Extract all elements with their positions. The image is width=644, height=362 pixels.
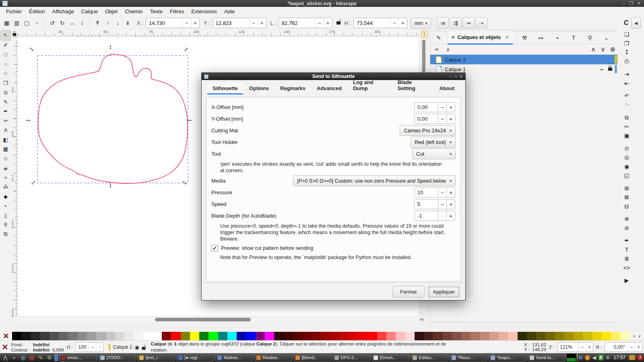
move-patterns-toggle[interactable]: ⇢ xyxy=(475,17,487,29)
plus-icon[interactable]: + xyxy=(447,199,455,209)
palette-swatch-6[interactable] xyxy=(68,332,78,340)
maximize-icon[interactable]: □ xyxy=(454,74,457,79)
scale-handle-w[interactable]: ↔ xyxy=(25,116,32,123)
y-offset-input[interactable]: 0,00 −+ xyxy=(414,114,455,124)
export-dialog-icon[interactable]: ↦ xyxy=(536,35,546,41)
palette-swatch-0[interactable] xyxy=(12,332,21,340)
lock-guides-icon[interactable] xyxy=(13,33,17,36)
new-document-icon[interactable]: ❏ xyxy=(621,30,632,39)
palette-swatch-65[interactable] xyxy=(620,332,630,340)
palette-swatch-51[interactable] xyxy=(489,332,499,340)
palette-swatch-52[interactable] xyxy=(499,332,508,340)
add-layer-icon[interactable]: ± xyxy=(444,46,452,52)
raise-icon[interactable]: ↑ xyxy=(103,18,113,28)
flip-vertical-icon[interactable]: ↕ xyxy=(77,18,87,28)
horizontal-scrollbar[interactable] xyxy=(18,316,419,323)
scroll-link-icon[interactable]: ∞ xyxy=(420,316,423,322)
task-e-diteu[interactable]: Éditeu... xyxy=(411,354,448,362)
raise-to-top-icon[interactable]: ↟ xyxy=(93,18,103,28)
duplicate-icon[interactable]: ⊞ xyxy=(621,184,632,193)
tab-silhouette[interactable]: Silhouette xyxy=(207,83,243,95)
ruler-corner[interactable] xyxy=(11,30,18,37)
scale-handle-e[interactable]: ↔ xyxy=(186,116,193,123)
xml-editor-icon[interactable]: <> xyxy=(621,263,632,273)
lower-icon[interactable]: ↓ xyxy=(113,18,123,28)
zoom-page-icon[interactable]: ◉ xyxy=(621,162,632,171)
rotation-input[interactable]: 0,00° −+ xyxy=(605,342,642,352)
plus-icon[interactable]: + xyxy=(258,18,266,28)
lower-to-bottom-icon[interactable]: ↡ xyxy=(123,18,133,28)
ellipse-tool[interactable]: ○ xyxy=(1,60,10,69)
palette-swatch-29[interactable] xyxy=(283,332,293,340)
menu-objet[interactable]: Objet xyxy=(101,7,121,16)
menu-extensions[interactable]: Extensions xyxy=(188,7,221,16)
menu-texte[interactable]: Texte xyxy=(147,7,166,16)
palette-swatch-57[interactable] xyxy=(545,332,555,340)
palette-swatch-47[interactable] xyxy=(452,332,461,340)
restore-icon[interactable]: ❐ xyxy=(629,1,633,6)
task-re-alise[interactable]: Réalise... xyxy=(254,354,292,362)
lock-screen-icon[interactable] xyxy=(629,355,635,360)
launcher-notes[interactable]: ✎ xyxy=(37,354,45,361)
palette-swatch-3[interactable] xyxy=(40,332,50,340)
menu-affichage[interactable]: Affichage xyxy=(49,7,78,16)
scale-handle-s[interactable]: ↕ xyxy=(109,182,112,189)
palette-swatch-40[interactable] xyxy=(386,332,396,340)
ungroup-icon[interactable]: ⊘ xyxy=(621,224,632,233)
minimize-icon[interactable]: – xyxy=(449,74,452,79)
task-test-i[interactable]: [test_i... xyxy=(137,354,175,362)
task-send-to[interactable]: Send to... xyxy=(528,354,566,362)
launcher-files[interactable]: ▪ xyxy=(10,354,18,361)
height-input[interactable]: 73,544 −+ xyxy=(353,18,407,28)
minus-icon[interactable]: − xyxy=(627,343,635,352)
pages-tool[interactable]: ⧉ xyxy=(1,230,10,239)
speed-input[interactable]: 5 −+ xyxy=(414,199,455,209)
palette-swatch-26[interactable] xyxy=(256,332,265,340)
tab-about[interactable]: About xyxy=(434,83,460,95)
palette-swatch-44[interactable] xyxy=(424,332,433,340)
palette-swatch-4[interactable] xyxy=(50,332,59,340)
apply-button[interactable]: Appliquer xyxy=(428,286,460,298)
palette-swatch-18[interactable] xyxy=(181,332,190,340)
launcher-copy[interactable]: ⧉ xyxy=(45,354,54,361)
minus-icon[interactable]: − xyxy=(438,187,447,197)
star-tool[interactable]: ☆ xyxy=(1,69,10,78)
palette-swatch-22[interactable] xyxy=(218,332,227,340)
unit-dropdown[interactable]: mm xyxy=(411,18,431,29)
palette-swatch-53[interactable] xyxy=(508,332,517,340)
palette-swatch-35[interactable] xyxy=(340,332,349,340)
menu-aide[interactable]: Aide xyxy=(221,7,238,16)
palette-swatch-1[interactable] xyxy=(21,332,31,340)
find-replace-icon[interactable]: ⚲ xyxy=(585,35,595,41)
eraser-tool[interactable]: ◆ xyxy=(1,192,10,202)
palette-swatch-15[interactable] xyxy=(153,332,162,340)
palette-swatch-27[interactable] xyxy=(265,332,274,340)
mesh-tool[interactable]: ▦ xyxy=(1,144,10,154)
zoom-selection-icon[interactable]: ⊙ xyxy=(621,144,632,153)
display-tray-icon[interactable]: ⧉ xyxy=(579,355,582,360)
palette-swatch-58[interactable] xyxy=(555,332,564,340)
preview-checkbox[interactable]: ✓ xyxy=(211,245,218,252)
tab-regmarks[interactable]: Regmarks xyxy=(275,83,311,95)
close-button[interactable]: Fermer xyxy=(392,286,425,298)
launcher-browser[interactable]: ◍ xyxy=(19,354,27,361)
palette-swatch-50[interactable] xyxy=(480,332,489,340)
pencil-tool[interactable]: ✎ xyxy=(1,97,10,107)
palette-swatch-36[interactable] xyxy=(349,332,358,340)
palette-swatch-7[interactable] xyxy=(78,332,87,340)
palette-swatch-63[interactable] xyxy=(602,332,611,340)
palette-swatch-59[interactable] xyxy=(564,332,574,340)
plus-icon[interactable]: + xyxy=(447,187,455,197)
x-position-input[interactable]: 14,730 −+ xyxy=(146,18,200,28)
palette-swatch-60[interactable] xyxy=(574,332,583,340)
palette-swatch-46[interactable] xyxy=(443,332,452,340)
palette-swatch-17[interactable] xyxy=(171,332,180,340)
eye-icon[interactable]: ◉ xyxy=(135,344,139,350)
media-dropdown[interactable]: [P>0 S>0 D>=0] Custom: use non-zero Pres… xyxy=(293,175,456,186)
task-gmsh[interactable]: [Gmsh... xyxy=(372,354,409,362)
palette-swatch-56[interactable] xyxy=(536,332,545,340)
palette-swatch-2[interactable] xyxy=(31,332,40,340)
select-all-layers-icon[interactable]: ▥ xyxy=(12,18,22,28)
palette-swatch-30[interactable] xyxy=(293,332,302,340)
unlink-clone-icon[interactable]: ⊟ xyxy=(621,202,632,211)
